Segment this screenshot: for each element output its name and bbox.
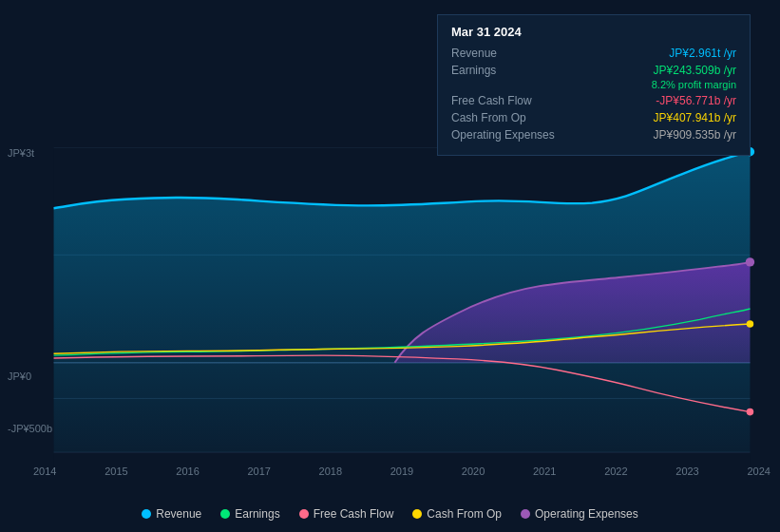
legend-dot-cashop	[412, 509, 422, 519]
x-label-2014: 2014	[33, 466, 56, 477]
legend-label-fcf: Free Cash Flow	[314, 507, 394, 521]
legend-label-cashop: Cash From Op	[427, 507, 502, 521]
legend-dot-opex	[521, 509, 530, 519]
tooltip-row-cashop: Cash From Op JP¥407.941b /yr	[451, 111, 736, 124]
x-label-2019: 2019	[390, 466, 413, 477]
cashop-label: Cash From Op	[451, 111, 526, 124]
opex-value: JP¥909.535b /yr	[654, 128, 736, 142]
legend-label-opex: Operating Expenses	[535, 507, 638, 521]
x-label-2021: 2021	[533, 466, 556, 477]
legend-item-opex[interactable]: Operating Expenses	[521, 507, 638, 521]
revenue-value: JP¥2.961t /yr	[669, 47, 736, 60]
tooltip-box: Mar 31 2024 Revenue JP¥2.961t /yr Earnin…	[437, 14, 751, 156]
opex-label: Operating Expenses	[451, 128, 555, 142]
x-axis: 2014 2015 2016 2017 2018 2019 2020 2021 …	[33, 466, 770, 477]
chart-svg	[33, 147, 770, 470]
x-label-2020: 2020	[462, 466, 485, 477]
chart-legend: Revenue Earnings Free Cash Flow Cash Fro…	[0, 507, 780, 521]
legend-dot-revenue	[142, 509, 151, 519]
profit-margin-row: 8.2% profit margin	[451, 79, 736, 90]
svg-point-8	[746, 257, 754, 266]
x-label-2015: 2015	[105, 466, 127, 477]
x-label-2022: 2022	[604, 466, 627, 477]
cashop-value: JP¥407.941b /yr	[654, 111, 736, 124]
fcf-value: -JP¥56.771b /yr	[656, 94, 736, 107]
legend-item-revenue[interactable]: Revenue	[142, 507, 201, 521]
earnings-value: JP¥243.509b /yr	[654, 64, 736, 77]
fcf-label: Free Cash Flow	[451, 94, 532, 107]
x-label-2024: 2024	[747, 466, 770, 477]
revenue-label: Revenue	[451, 47, 497, 60]
legend-item-earnings[interactable]: Earnings	[220, 507, 279, 521]
tooltip-row-opex: Operating Expenses JP¥909.535b /yr	[451, 128, 736, 142]
tooltip-date: Mar 31 2024	[451, 25, 736, 39]
x-label-2017: 2017	[247, 466, 270, 477]
profit-margin-text: 8.2% profit margin	[652, 79, 736, 90]
x-label-2023: 2023	[675, 466, 698, 477]
legend-dot-earnings	[220, 509, 230, 519]
y-label-mid: JP¥0	[8, 370, 31, 382]
tooltip-row-revenue: Revenue JP¥2.961t /yr	[451, 47, 736, 60]
legend-label-earnings: Earnings	[235, 507, 279, 521]
x-label-2018: 2018	[319, 466, 342, 477]
legend-label-revenue: Revenue	[156, 507, 201, 521]
chart-container: Mar 31 2024 Revenue JP¥2.961t /yr Earnin…	[0, 0, 780, 532]
legend-item-cashop[interactable]: Cash From Op	[412, 507, 502, 521]
x-label-2016: 2016	[176, 466, 199, 477]
svg-point-10	[747, 408, 754, 416]
svg-point-9	[747, 320, 754, 328]
earnings-label: Earnings	[451, 64, 496, 77]
y-label-top: JP¥3t	[8, 147, 34, 159]
tooltip-row-fcf: Free Cash Flow -JP¥56.771b /yr	[451, 94, 736, 107]
tooltip-row-earnings: Earnings JP¥243.509b /yr	[451, 64, 736, 77]
legend-dot-fcf	[299, 509, 309, 519]
legend-item-fcf[interactable]: Free Cash Flow	[299, 507, 394, 521]
